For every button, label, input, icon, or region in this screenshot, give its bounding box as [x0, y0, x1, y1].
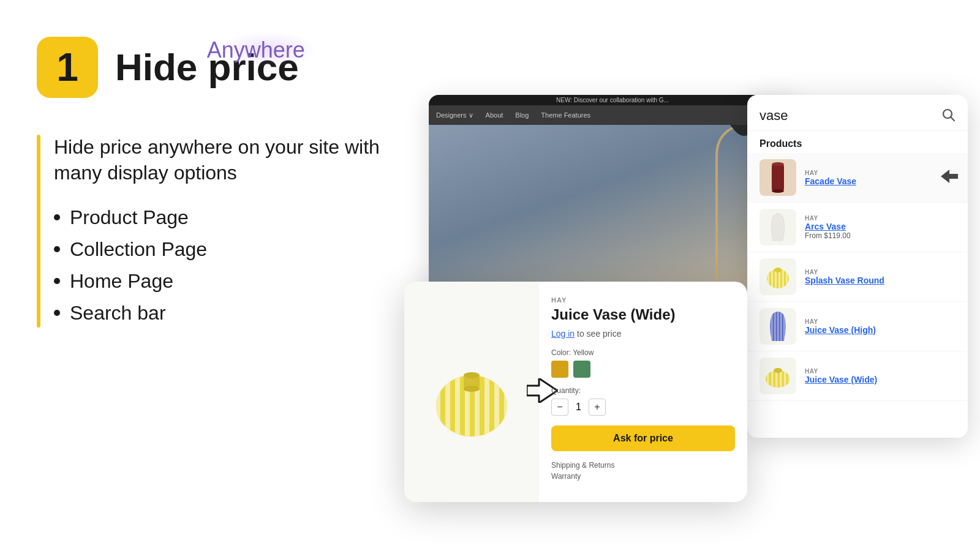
description-block: Hide price anywhere on your site with ma…: [37, 135, 404, 328]
bullet-dot: [54, 310, 60, 316]
color-swatches: [551, 361, 735, 378]
accent-bar: [37, 135, 40, 328]
list-item: Search bar: [54, 298, 404, 328]
product-thumbnail: [760, 209, 796, 246]
search-input[interactable]: [760, 108, 935, 124]
product-info: HAY Juice Vase (Wide): [805, 368, 956, 384]
product-details-side: HAY Juice Vase (Wide) Log in to see pric…: [539, 282, 747, 502]
product-info: HAY Juice Vase (High): [805, 318, 956, 335]
ask-price-button[interactable]: Ask for price: [551, 425, 735, 451]
product-brand: HAY: [805, 269, 956, 276]
product-login-text: Log in to see price: [551, 329, 735, 339]
search-result-item[interactable]: HAY Arcs Vase From $119.00: [747, 203, 968, 252]
color-swatch-green[interactable]: [573, 361, 590, 378]
badge-number: 1: [56, 48, 78, 87]
left-section: 1 Hide price Anywhere Hide price anywher…: [37, 37, 404, 350]
number-badge: 1: [37, 37, 98, 98]
svg-point-16: [774, 368, 782, 373]
product-price: From $119.00: [805, 231, 956, 240]
svg-point-24: [464, 386, 480, 392]
browser-nav: Designers ∨ About Blog Theme Features IM…: [429, 105, 796, 125]
svg-point-23: [464, 372, 480, 378]
search-result-item[interactable]: HAY Facade Vase: [747, 153, 968, 203]
product-color-label: Color: Yellow: [551, 348, 735, 357]
new-bar: NEW: Discover our collaboration with G..…: [429, 95, 796, 105]
list-item-text: Collection Page: [70, 234, 207, 264]
list-item-text: Product Page: [70, 203, 189, 232]
login-link[interactable]: Log in: [551, 329, 575, 339]
search-panel: Products HAY Facade Vase: [747, 95, 968, 438]
product-info: HAY Splash Vase Round: [805, 269, 956, 285]
search-result-item[interactable]: HAY Juice Vase (Wide): [747, 351, 968, 401]
product-brand-label: HAY: [551, 296, 735, 304]
product-name[interactable]: Juice Vase (High): [805, 325, 956, 335]
back-arrow-icon: [941, 170, 958, 186]
svg-rect-4: [772, 164, 784, 191]
product-info: HAY Facade Vase: [805, 170, 956, 186]
browser-body: [429, 125, 796, 296]
product-brand: HAY: [805, 170, 956, 176]
anywhere-subtitle: Anywhere: [207, 37, 305, 63]
bullet-list: Product Page Collection Page Home Page S…: [54, 203, 404, 328]
svg-point-6: [772, 189, 784, 193]
login-suffix: to see price: [577, 329, 621, 339]
description-text: Hide price anywhere on your site with ma…: [54, 135, 404, 186]
product-name[interactable]: Juice Vase (Wide): [805, 375, 956, 384]
product-thumbnail: [760, 159, 796, 196]
list-item: Product Page: [54, 203, 404, 232]
svg-point-5: [772, 162, 784, 166]
qty-value: 1: [576, 402, 581, 413]
svg-line-3: [951, 118, 955, 121]
list-item-text: Search bar: [70, 298, 166, 328]
search-result-item[interactable]: HAY Splash Vase Round: [747, 252, 968, 302]
product-name[interactable]: Facade Vase: [805, 176, 956, 186]
bullet-dot: [54, 246, 60, 252]
qty-decrease-button[interactable]: −: [551, 399, 568, 416]
right-section: NEW: Discover our collaboration with G..…: [368, 0, 980, 551]
header-row: 1 Hide price Anywhere: [37, 37, 404, 98]
nav-item-designers: Designers ∨: [436, 111, 473, 119]
product-name[interactable]: Arcs Vase: [805, 222, 956, 231]
svg-point-14: [766, 370, 790, 388]
color-swatch-yellow[interactable]: [551, 361, 568, 378]
product-qty-label: Quantity:: [551, 386, 735, 395]
nav-item-blog: Blog: [515, 111, 529, 119]
product-brand: HAY: [805, 215, 956, 222]
bullet-dot: [54, 278, 60, 284]
shipping-returns-link[interactable]: Shipping & Returns: [551, 461, 735, 470]
list-item: Collection Page: [54, 234, 404, 264]
product-thumbnail: [760, 358, 796, 394]
nav-item-theme: Theme Features: [541, 111, 590, 119]
product-image-side: [404, 282, 539, 502]
product-thumbnail: [760, 308, 796, 345]
svg-point-11: [774, 268, 782, 272]
bullet-dot: [54, 214, 60, 220]
product-title: Juice Vase (Wide): [551, 306, 735, 324]
product-info: HAY Arcs Vase From $119.00: [805, 215, 956, 240]
product-thumbnail: [760, 258, 796, 295]
product-brand: HAY: [805, 318, 956, 325]
search-icon[interactable]: [941, 107, 956, 124]
search-header[interactable]: [747, 95, 968, 131]
products-label: Products: [747, 131, 968, 153]
product-card: HAY Juice Vase (Wide) Log in to see pric…: [404, 282, 747, 502]
product-brand: HAY: [805, 368, 956, 375]
nav-item-about: About: [486, 111, 503, 119]
list-item-text: Home Page: [70, 266, 173, 296]
list-item: Home Page: [54, 266, 404, 296]
qty-control: − 1 +: [551, 399, 735, 416]
search-result-item[interactable]: HAY Juice Vase (High): [747, 302, 968, 351]
title-group: Hide price Anywhere: [115, 48, 299, 86]
warranty-link[interactable]: Warranty: [551, 472, 735, 481]
product-name[interactable]: Splash Vase Round: [805, 276, 956, 285]
browser-window: NEW: Discover our collaboration with G..…: [429, 95, 796, 303]
svg-marker-7: [941, 170, 958, 183]
qty-increase-button[interactable]: +: [589, 399, 606, 416]
